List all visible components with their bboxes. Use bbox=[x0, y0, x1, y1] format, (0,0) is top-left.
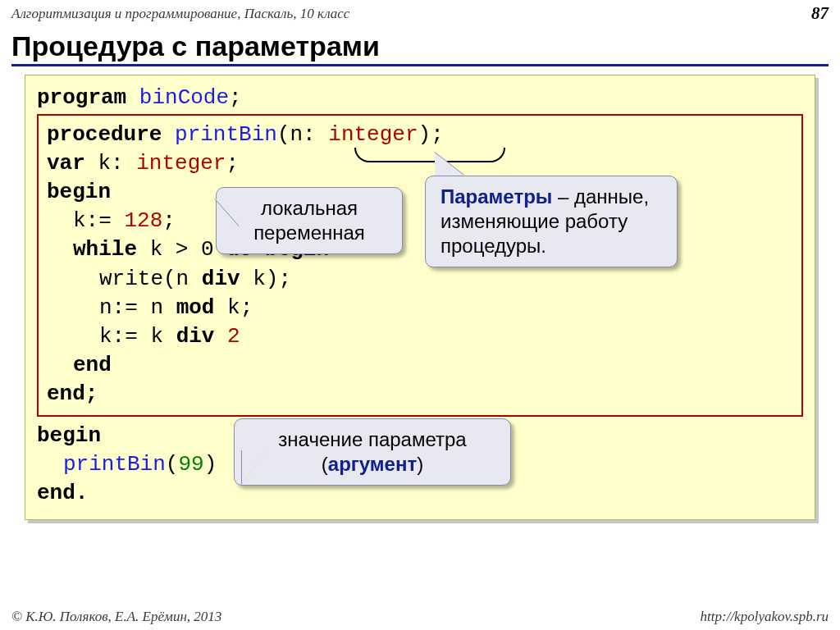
callout-local-var: локальная переменная bbox=[216, 187, 403, 254]
callout-argument: значение параметра (аргумент) bbox=[234, 418, 511, 486]
proc-name: printBin bbox=[175, 122, 277, 147]
slide-title: Процедура с параметрами bbox=[11, 30, 829, 66]
page-number: 87 bbox=[811, 3, 829, 24]
kw-var: var bbox=[47, 151, 85, 176]
code-line-9: k:= k div 2 bbox=[47, 322, 793, 351]
kw-begin-1: begin bbox=[47, 180, 111, 204]
param-name: n bbox=[290, 122, 303, 147]
code-line-6: while k > 0 do begin bbox=[47, 235, 793, 264]
copyright: © К.Ю. Поляков, Е.А. Ерёмин, 2013 bbox=[11, 609, 221, 625]
var-type: integer bbox=[136, 151, 226, 176]
param-type: integer bbox=[328, 122, 418, 147]
code-line-4: begin bbox=[47, 178, 793, 207]
code-line-5: k:= 128; bbox=[47, 207, 793, 235]
slide-footer: © К.Ю. Поляков, Е.А. Ерёмин, 2013 http:/… bbox=[0, 609, 840, 625]
var-name: k bbox=[98, 151, 111, 176]
code-line-2: procedure printBin(n: integer); bbox=[47, 121, 793, 149]
code-line-7: write(n div k); bbox=[47, 265, 793, 294]
callout-tail-icon bbox=[435, 153, 464, 176]
code-line-10: end bbox=[47, 351, 793, 380]
program-name: binCode bbox=[139, 85, 229, 110]
code-line-1: program binCode; bbox=[37, 84, 803, 112]
code-line-11: end; bbox=[47, 380, 793, 409]
kw-program: program bbox=[37, 85, 126, 110]
subject-line: Алгоритмизация и программирование, Паска… bbox=[11, 6, 349, 22]
slide-header: Алгоритмизация и программирование, Паска… bbox=[0, 0, 840, 25]
callout-tail-icon bbox=[242, 450, 267, 484]
kw-procedure: procedure bbox=[47, 122, 162, 147]
callout-tail-icon bbox=[215, 199, 240, 226]
param-bracket-icon bbox=[354, 148, 505, 162]
code-line-8: n:= n mod k; bbox=[47, 294, 793, 322]
callout-parameters: Параметры – данные, изменяющие работу пр… bbox=[425, 176, 678, 267]
source-url: http://kpolyakov.spb.ru bbox=[701, 609, 829, 625]
